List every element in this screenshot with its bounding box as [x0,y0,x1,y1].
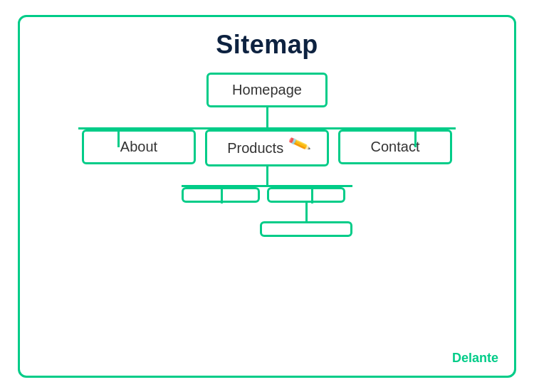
level2-row [182,187,352,237]
about-node: About [82,129,196,164]
sub2-col [260,187,352,237]
brand-accent: D [452,351,461,365]
contact-node: Contact [338,129,452,164]
vline-sub2-top [311,185,313,203]
vline-about-top [117,127,120,147]
vline-sub2-child [305,203,308,221]
about-col: About [78,129,199,164]
sub2-child-node [260,221,352,237]
vline-homepage [266,107,268,127]
products-col: Products ✏️ [199,129,335,237]
pencil-icon: ✏️ [287,132,311,157]
vline-products-bottom [266,166,268,185]
level1-row: About Products ✏️ [78,129,456,237]
contact-col: Contact [335,129,456,164]
sitemap-diagram: Homepage About Products ✏️ [20,73,514,237]
sitemap-card: Sitemap Homepage About Products [18,15,516,378]
hline-level2 [182,185,352,187]
homepage-node: Homepage [206,73,328,107]
vline-sub1-top [221,185,223,203]
page-title: Sitemap [216,30,318,60]
brand-name: elante [461,351,498,365]
brand-logo: Delante [452,351,498,366]
vline-contact-top [414,127,417,147]
sub2-node [267,187,345,203]
products-node: Products ✏️ [205,129,329,166]
